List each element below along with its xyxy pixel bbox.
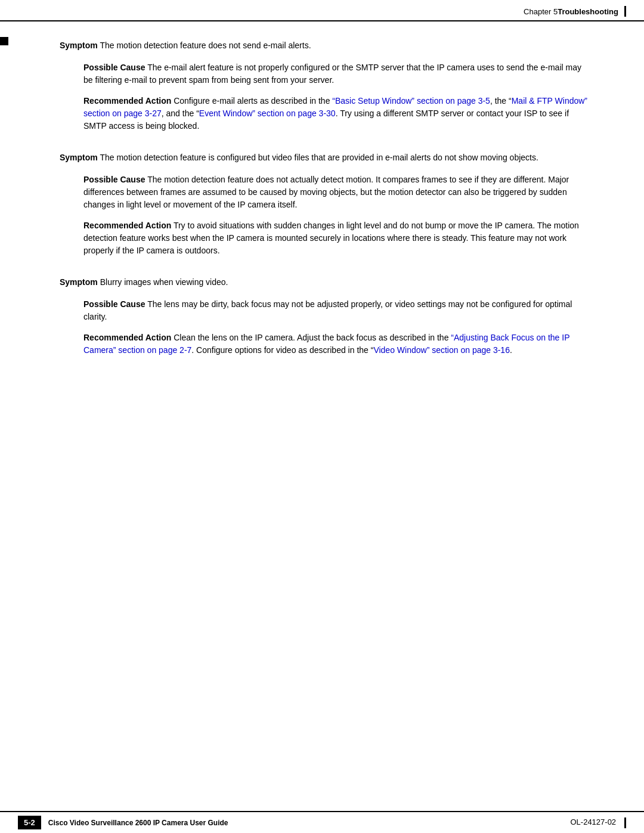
footer-right: OL-24127-02 <box>570 817 626 828</box>
recommended-action-3-text: Recommended Action Clean the lens on the… <box>83 332 590 357</box>
rec-action-1-link3[interactable]: Event Window” section on page 3-30 <box>199 109 336 118</box>
page-container: Chapter 5 Troubleshooting Symptom The mo… <box>0 0 644 833</box>
rec-action-3-before: Clean the lens on the IP camera. Adjust … <box>171 333 451 342</box>
header-separator <box>624 6 626 17</box>
symptom-3-text: Blurry images when viewing video. <box>98 277 228 287</box>
recommended-action-2-label: Recommended Action <box>83 221 171 230</box>
symptom-2-label: Symptom <box>60 153 98 162</box>
recommended-action-1-text: Recommended Action Configure e-mail aler… <box>83 95 590 132</box>
possible-cause-3-body: The lens may be dirty, back focus may no… <box>83 299 572 321</box>
possible-cause-1-block: Possible Cause The e-mail alert feature … <box>60 61 590 86</box>
rec-action-1-mid1: , the “ <box>490 96 512 106</box>
possible-cause-1-label: Possible Cause <box>83 63 145 72</box>
recommended-action-2-block: Recommended Action Try to avoid situatio… <box>60 219 590 257</box>
symptom-block-1: Symptom The motion detection feature doe… <box>60 39 590 132</box>
recommended-action-1-label: Recommended Action <box>83 96 171 106</box>
possible-cause-2-body: The motion detection feature does not ac… <box>83 175 569 209</box>
recommended-action-3-label: Recommended Action <box>83 333 171 342</box>
possible-cause-2-block: Possible Cause The motion detection feat… <box>60 174 590 211</box>
symptom-2-line: Symptom The motion detection feature is … <box>60 151 590 164</box>
footer-page-number: 5-2 <box>18 816 41 829</box>
possible-cause-2-label: Possible Cause <box>83 175 145 184</box>
rec-action-1-link1[interactable]: “Basic Setup Window” section on page 3-5 <box>332 96 490 106</box>
rec-action-3-after: . <box>510 345 512 355</box>
symptom-block-3: Symptom Blurry images when viewing video… <box>60 276 590 357</box>
symptom-3-label: Symptom <box>60 277 98 287</box>
recommended-action-2-text: Recommended Action Try to avoid situatio… <box>83 219 590 257</box>
rec-action-1-mid2: , and the “ <box>162 109 199 118</box>
footer-separator <box>624 817 626 828</box>
symptom-1-label: Symptom <box>60 41 98 50</box>
possible-cause-3-text: Possible Cause The lens may be dirty, ba… <box>83 298 590 323</box>
symptom-3-line: Symptom Blurry images when viewing video… <box>60 276 590 289</box>
header-title: Troubleshooting <box>558 7 618 16</box>
footer-left: 5-2 Cisco Video Surveillance 2600 IP Cam… <box>18 816 228 829</box>
possible-cause-1-text: Possible Cause The e-mail alert feature … <box>83 61 590 86</box>
footer-document-title: Cisco Video Surveillance 2600 IP Camera … <box>48 819 228 827</box>
symptom-1-text: The motion detection feature does not se… <box>98 41 311 50</box>
left-margin-marker <box>0 37 8 45</box>
possible-cause-3-label: Possible Cause <box>83 299 145 309</box>
footer: 5-2 Cisco Video Surveillance 2600 IP Cam… <box>0 811 644 833</box>
possible-cause-1-body: The e-mail alert feature is not properly… <box>83 63 581 85</box>
rec-action-1-before: Configure e-mail alerts as described in … <box>171 96 332 106</box>
possible-cause-2-text: Possible Cause The motion detection feat… <box>83 174 590 211</box>
symptom-block-2: Symptom The motion detection feature is … <box>60 151 590 257</box>
rec-action-3-mid: . Configure options for video as describ… <box>191 345 373 355</box>
header-bar: Chapter 5 Troubleshooting <box>0 0 644 21</box>
chapter-label: Chapter 5 <box>524 7 558 16</box>
symptom-2-text: The motion detection feature is configur… <box>98 153 538 162</box>
recommended-action-1-block: Recommended Action Configure e-mail aler… <box>60 95 590 132</box>
symptom-1-line: Symptom The motion detection feature doe… <box>60 39 590 52</box>
possible-cause-3-block: Possible Cause The lens may be dirty, ba… <box>60 298 590 323</box>
footer-doc-number: OL-24127-02 <box>570 817 616 826</box>
rec-action-3-link2[interactable]: Video Window” section on page 3-16 <box>373 345 510 355</box>
recommended-action-3-block: Recommended Action Clean the lens on the… <box>60 332 590 357</box>
main-content: Symptom The motion detection feature doe… <box>0 21 644 400</box>
